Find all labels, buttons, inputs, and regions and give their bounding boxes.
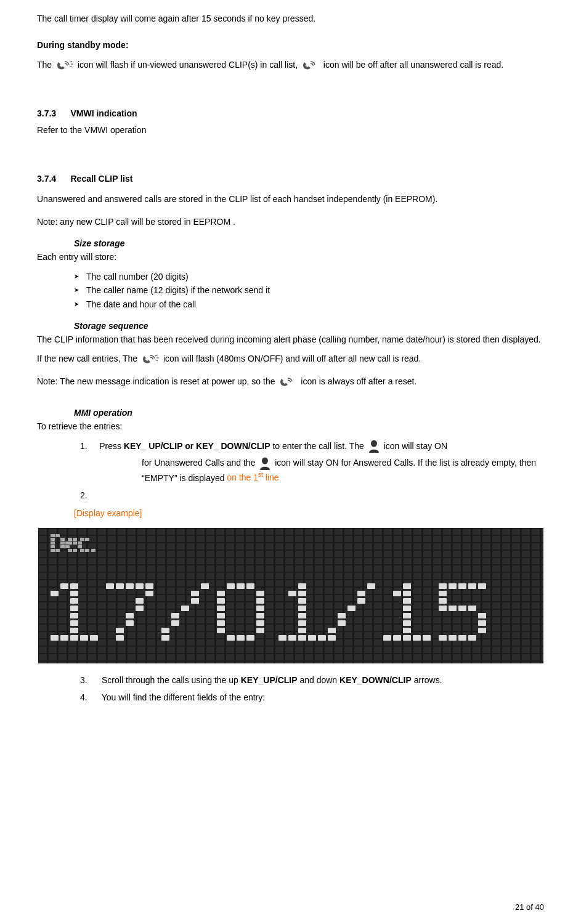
steps-continued: 3. Scroll through the calls using the up… bbox=[37, 673, 544, 705]
step3-end: arrows. bbox=[414, 675, 442, 685]
each-entry-label: Each entry will store: bbox=[37, 251, 544, 264]
svg-rect-124 bbox=[51, 549, 55, 552]
step3-keys2: KEY_DOWN/CLIP bbox=[339, 675, 412, 685]
step3-mid: and down bbox=[299, 675, 339, 685]
svg-rect-106 bbox=[449, 606, 457, 611]
svg-rect-49 bbox=[217, 591, 225, 596]
intro-line: The call timer display will come again a… bbox=[37, 12, 544, 25]
step1-post: icon will stay ON bbox=[384, 441, 447, 451]
svg-rect-13 bbox=[70, 591, 78, 596]
step1-pre: Press bbox=[99, 441, 124, 451]
svg-rect-109 bbox=[478, 613, 486, 618]
svg-rect-20 bbox=[70, 628, 78, 633]
svg-rect-104 bbox=[439, 598, 447, 604]
step3-pre: Scroll through the calls using the up bbox=[102, 675, 241, 685]
svg-rect-99 bbox=[449, 583, 457, 589]
step3-num: 3. bbox=[80, 675, 87, 685]
svg-rect-21 bbox=[51, 635, 59, 641]
svg-rect-127 bbox=[73, 538, 77, 541]
list-item: The call number (20 digits) bbox=[74, 270, 544, 283]
svg-rect-85 bbox=[403, 583, 411, 589]
step-4: 4. You will find the different fields of… bbox=[74, 691, 544, 704]
svg-point-7 bbox=[262, 457, 268, 464]
svg-rect-29 bbox=[136, 583, 144, 589]
storage-sequence-body: The CLIP information that has been recei… bbox=[37, 333, 544, 346]
step1b-pre: for Unanswered Calls and the bbox=[142, 458, 255, 468]
svg-rect-32 bbox=[136, 598, 144, 604]
svg-rect-111 bbox=[478, 628, 486, 633]
svg-rect-73 bbox=[288, 635, 296, 641]
svg-rect-132 bbox=[68, 549, 72, 552]
svg-rect-31 bbox=[145, 591, 153, 596]
svg-rect-140 bbox=[91, 549, 95, 552]
svg-rect-137 bbox=[78, 545, 82, 548]
phone-flash-icon bbox=[56, 60, 73, 71]
phone-off-icon bbox=[302, 60, 319, 71]
svg-rect-135 bbox=[85, 538, 89, 541]
svg-rect-48 bbox=[246, 583, 254, 589]
svg-rect-93 bbox=[383, 635, 391, 641]
svg-rect-82 bbox=[338, 620, 346, 626]
svg-rect-121 bbox=[60, 541, 65, 545]
svg-rect-42 bbox=[171, 613, 179, 618]
svg-rect-78 bbox=[357, 591, 365, 596]
svg-rect-58 bbox=[256, 620, 264, 626]
svg-rect-125 bbox=[55, 549, 60, 552]
svg-rect-118 bbox=[51, 538, 55, 541]
svg-rect-61 bbox=[227, 635, 235, 641]
svg-rect-50 bbox=[256, 591, 264, 596]
page-number: 21 of 40 bbox=[515, 902, 544, 912]
svg-rect-86 bbox=[393, 591, 401, 596]
svg-rect-45 bbox=[161, 635, 169, 641]
section-3-7-3-title: VMWI indication bbox=[70, 108, 137, 118]
svg-rect-37 bbox=[116, 635, 124, 641]
svg-line-5 bbox=[155, 360, 158, 361]
svg-rect-72 bbox=[278, 635, 286, 641]
svg-rect-90 bbox=[403, 613, 411, 618]
pixel-display: .px { fill: #111; } .px-on { fill: #222;… bbox=[38, 528, 543, 663]
clip-note: Note: any new CLIP call will be stored i… bbox=[37, 216, 544, 229]
reset-note-mid: icon is always off after a reset. bbox=[301, 376, 416, 386]
flash-note-mid: icon will flash (480ms ON/OFF) and will … bbox=[163, 354, 421, 363]
svg-rect-92 bbox=[403, 628, 411, 633]
svg-line-2 bbox=[70, 66, 72, 67]
clip-intro: Unanswered and answered calls are stored… bbox=[37, 193, 544, 206]
person-unanswered-icon bbox=[368, 440, 380, 453]
svg-rect-96 bbox=[413, 635, 421, 641]
svg-rect-91 bbox=[403, 620, 411, 626]
svg-point-6 bbox=[371, 440, 377, 447]
svg-rect-24 bbox=[80, 635, 88, 641]
svg-rect-26 bbox=[106, 583, 114, 589]
svg-rect-101 bbox=[468, 583, 476, 589]
section-3-7-3-number: 3.7.3 bbox=[37, 108, 56, 118]
svg-rect-76 bbox=[318, 635, 326, 641]
svg-rect-65 bbox=[288, 591, 296, 596]
svg-rect-119 bbox=[60, 538, 65, 541]
svg-rect-129 bbox=[68, 541, 72, 545]
svg-line-0 bbox=[70, 61, 72, 62]
svg-rect-139 bbox=[85, 549, 89, 552]
standby-mid: icon will flash if un-viewed unanswered … bbox=[78, 60, 298, 70]
svg-rect-136 bbox=[78, 541, 82, 545]
step2-num: 2. bbox=[80, 490, 87, 500]
step3-keys: KEY_UP/CLIP bbox=[241, 675, 298, 685]
svg-rect-74 bbox=[298, 635, 306, 641]
section-3-7-4-title: Recall CLIP list bbox=[70, 174, 132, 184]
svg-rect-36 bbox=[116, 628, 124, 633]
flash-note: If the new call entries, The icon will f… bbox=[37, 352, 544, 365]
svg-rect-47 bbox=[237, 583, 245, 589]
steps-list: 1. Press KEY_ UP/CLIP or KEY_ DOWN/CLIP … bbox=[37, 439, 544, 502]
svg-rect-123 bbox=[60, 545, 65, 548]
phone-reset-icon bbox=[279, 376, 296, 387]
step4-text: You will find the different fields of th… bbox=[102, 692, 265, 702]
step-3: 3. Scroll through the calls using the up… bbox=[74, 673, 544, 687]
svg-rect-67 bbox=[298, 598, 306, 604]
svg-rect-19 bbox=[70, 620, 78, 626]
svg-rect-105 bbox=[439, 606, 447, 611]
svg-rect-66 bbox=[298, 591, 306, 596]
svg-rect-64 bbox=[298, 583, 306, 589]
section-3-7-4-heading: 3.7.4 Recall CLIP list bbox=[37, 172, 544, 185]
standby-description: The icon will flash if un-viewed unanswe… bbox=[37, 58, 544, 73]
svg-rect-17 bbox=[70, 606, 78, 611]
svg-rect-83 bbox=[328, 628, 336, 633]
